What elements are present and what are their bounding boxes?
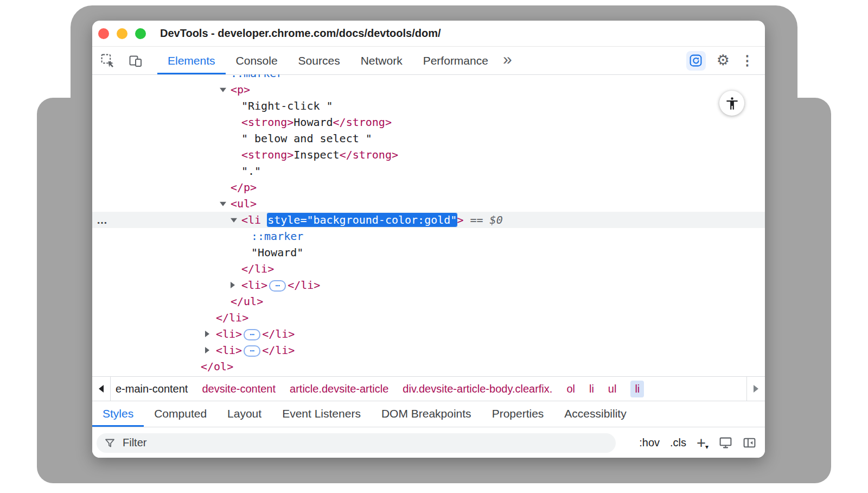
element-classes-button[interactable]: .cls (670, 437, 686, 449)
filter-funnel-icon (104, 437, 116, 449)
tree-line[interactable]: </ol> (92, 358, 765, 375)
twisty-right-icon[interactable] (205, 347, 209, 353)
tree-line[interactable]: <strong>Howard</strong> (92, 114, 765, 130)
tab-accessibility[interactable]: Accessibility (554, 400, 636, 427)
breadcrumb-item-e-main-content[interactable]: e-main-content (116, 383, 188, 395)
breadcrumb-item-div-devsite-article-body-clearfix-[interactable]: div.devsite-article-body.clearfix. (403, 383, 552, 395)
code-tag: </strong> (340, 148, 398, 161)
rendering-display-icon[interactable] (719, 436, 732, 450)
filter-input[interactable] (122, 436, 608, 450)
chevron-left-icon (99, 385, 104, 393)
code-tag: <strong> (241, 116, 293, 129)
device-toolbar-icon[interactable] (127, 47, 144, 74)
tab-styles[interactable]: Styles (92, 400, 144, 427)
toolbar-right-actions: ⚙ ⋮ (686, 47, 754, 74)
devtools-window: DevTools - developer.chrome.com/docs/dev… (92, 21, 765, 458)
tree-line[interactable]: ::marker (92, 228, 765, 244)
code-text: "Howard" (251, 246, 303, 259)
twisty-down-icon[interactable] (220, 202, 226, 206)
tab-console[interactable]: Console (226, 47, 288, 74)
expand-ellipsis-icon[interactable]: ⋯ (244, 345, 260, 357)
code-tag: <li> (216, 327, 242, 340)
breadcrumb-item-devsite-content[interactable]: devsite-content (202, 383, 276, 395)
code-tag: </li> (241, 262, 274, 275)
tree-line[interactable]: ::marker (92, 74, 765, 81)
twisty-down-icon[interactable] (231, 218, 237, 223)
tab-layout[interactable]: Layout (217, 400, 272, 427)
minimize-window-button[interactable] (117, 28, 127, 39)
tree-line[interactable]: <li>⋯</li> (92, 277, 765, 293)
plus-icon: + (697, 437, 706, 450)
tree-line[interactable]: …<li style="background-color:gold"> == $… (92, 212, 765, 228)
breadcrumb-item-ol[interactable]: ol (566, 383, 575, 395)
caret-down-icon: ▾ (705, 444, 709, 450)
close-window-button[interactable] (98, 28, 109, 39)
breadcrumb: e-main-contentdevsite-contentarticle.dev… (92, 376, 765, 401)
code-dollar: $0 (490, 213, 503, 226)
code-tag: </li> (288, 279, 320, 292)
tree-line[interactable]: "." (92, 163, 765, 179)
code-tag: <li> (216, 344, 242, 357)
tree-line[interactable]: </ul> (92, 293, 765, 309)
tree-line[interactable]: " below and select " (92, 130, 765, 147)
styles-filter-bar: :hov .cls + ▾ (92, 427, 765, 458)
tree-line[interactable]: </li> (92, 309, 765, 326)
tab-properties[interactable]: Properties (482, 400, 554, 427)
code-text: "Right-click " (241, 99, 333, 112)
dom-tree: ::marker<p>"Right-click "<strong>Howard<… (92, 74, 765, 376)
more-tabs-icon[interactable]: » (503, 47, 512, 74)
settings-gear-icon[interactable]: ⚙ (717, 53, 730, 68)
twisty-down-icon[interactable] (220, 88, 226, 92)
code-tag: </li> (216, 311, 248, 324)
accessibility-person-icon (725, 96, 739, 111)
tab-performance[interactable]: Performance (413, 47, 499, 74)
twisty-right-icon[interactable] (205, 331, 209, 337)
tree-line[interactable]: </p> (92, 179, 765, 195)
tree-line[interactable]: <li>⋯</li> (92, 326, 765, 342)
breadcrumb-scroll-right-button[interactable] (746, 377, 765, 401)
code-sel: style="background-color:gold" (267, 213, 457, 226)
filter-field[interactable] (97, 433, 616, 453)
code-tag: </ul> (231, 295, 263, 308)
breadcrumb-item-li[interactable]: li (589, 383, 594, 395)
tree-line[interactable]: "Right-click " (92, 98, 765, 114)
breadcrumb-item-ul[interactable]: ul (608, 383, 617, 395)
tree-line[interactable]: </li> (92, 261, 765, 277)
code-tag: </p> (231, 181, 257, 194)
code-pseudo: ::marker (251, 230, 303, 243)
tab-event-listeners[interactable]: Event Listeners (272, 400, 371, 427)
gutter-ellipsis-icon: … (97, 212, 108, 228)
code-tag: <li> (241, 279, 267, 292)
tab-sources[interactable]: Sources (288, 47, 350, 74)
accessibility-widget-button[interactable] (719, 91, 744, 116)
new-style-rule-button[interactable]: + ▾ (697, 437, 709, 450)
code-tag: </ol> (201, 360, 233, 373)
tab-network[interactable]: Network (350, 47, 413, 74)
more-options-icon[interactable]: ⋮ (741, 54, 754, 67)
active-tool-icon[interactable] (686, 51, 706, 71)
inspect-element-icon[interactable] (99, 47, 116, 74)
code-muted: == (463, 213, 489, 226)
tree-line[interactable]: <li>⋯</li> (92, 342, 765, 358)
expand-ellipsis-icon[interactable]: ⋯ (244, 329, 260, 340)
tree-line[interactable]: "Howard" (92, 244, 765, 261)
breadcrumb-item-article-devsite-article[interactable]: article.devsite-article (290, 383, 388, 395)
expand-ellipsis-icon[interactable]: ⋯ (269, 280, 286, 292)
tree-line[interactable]: <p> (92, 81, 765, 98)
code-text: Inspect (293, 148, 339, 161)
tree-line[interactable]: <strong>Inspect</strong> (92, 147, 765, 163)
twisty-right-icon[interactable] (231, 282, 235, 288)
breadcrumb-item-li[interactable]: li (630, 381, 644, 397)
dock-sidebar-icon[interactable] (743, 436, 756, 450)
toggle-element-state-button[interactable]: :hov (639, 437, 660, 449)
tab-computed[interactable]: Computed (144, 400, 217, 427)
tab-elements[interactable]: Elements (157, 47, 226, 74)
breadcrumb-scroll-left-button[interactable] (92, 377, 111, 401)
window-title: DevTools - developer.chrome.com/docs/dev… (160, 21, 441, 46)
code-tag: <ul> (231, 197, 257, 210)
zoom-window-button[interactable] (135, 28, 146, 39)
tab-dom-breakpoints[interactable]: DOM Breakpoints (371, 400, 482, 427)
code-tag: </strong> (333, 116, 392, 129)
code-text: " below and select " (241, 132, 372, 145)
tree-line[interactable]: <ul> (92, 195, 765, 212)
